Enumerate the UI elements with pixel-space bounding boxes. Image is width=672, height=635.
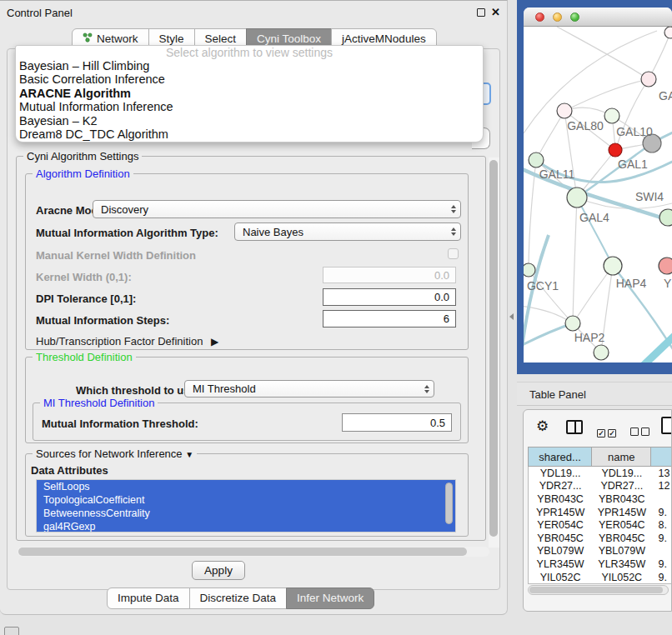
- table-horizontal-scrollbar[interactable]: [528, 585, 669, 595]
- menu-item[interactable]: Bayesian – Hill Climbing: [16, 59, 483, 72]
- threshold-definition-title: Threshold Definition: [33, 351, 136, 363]
- minimized-panel-icon[interactable]: [4, 627, 19, 635]
- kernel-width-input[interactable]: 0.0: [323, 267, 456, 283]
- node[interactable]: [594, 345, 609, 360]
- checked-pair-icon[interactable]: ✓✓: [597, 424, 619, 439]
- column-header-clipped[interactable]: [651, 448, 672, 466]
- mi-threshold-group-title: MI Threshold Definition: [40, 397, 158, 409]
- kernel-width-label: Kernel Width (0,1):: [36, 271, 132, 283]
- table-row[interactable]: YER054C YER054C 8.: [529, 518, 672, 532]
- table-panel-title: Table Panel: [529, 388, 586, 401]
- table-header-row: shared... name: [528, 447, 672, 467]
- column-header-shared[interactable]: shared...: [529, 448, 592, 466]
- mi-steps-input[interactable]: 6: [323, 310, 456, 328]
- stepper-icon: [424, 385, 429, 393]
- hub-definition-toggle[interactable]: Hub/Transcription Factor Definition ▶: [36, 335, 218, 348]
- minimize-traffic-light-icon[interactable]: [553, 12, 562, 22]
- node-label: GAL: [659, 89, 672, 102]
- menu-item[interactable]: Basic Correlation Inference: [16, 72, 483, 86]
- collapse-down-icon[interactable]: ▼: [185, 450, 193, 459]
- node-hap2[interactable]: [565, 316, 580, 331]
- stepper-icon: [451, 205, 456, 213]
- node-gal80[interactable]: [557, 103, 572, 118]
- which-threshold-label: Which threshold to use:: [76, 384, 199, 397]
- menu-item[interactable]: Bayesian – K2: [16, 114, 483, 128]
- node-table: shared... name YDL19... YDL19... 13 YDR2…: [528, 447, 672, 584]
- column-header-name[interactable]: name: [592, 448, 651, 466]
- aracne-mode-select[interactable]: Discovery: [93, 200, 461, 218]
- settings-vertical-scrollbar[interactable]: [489, 158, 499, 548]
- node-gal10[interactable]: [604, 108, 619, 123]
- menu-item[interactable]: Dream8 DC_TDC Algorithm: [16, 128, 483, 141]
- network-canvas[interactable]: GAL GAL80 GAL10 GAL1 GAL11 SWI4 GAL4 GCY…: [524, 27, 672, 362]
- network-view-window: GAL GAL80 GAL10 GAL1 GAL11 SWI4 GAL4 GCY…: [524, 8, 672, 362]
- table-row[interactable]: YPR145W YPR145W 9.: [529, 506, 672, 519]
- table-row[interactable]: YLR345W YLR345W 9.: [529, 558, 672, 571]
- list-scrollbar[interactable]: [445, 482, 453, 524]
- splitter-collapse-icon[interactable]: [509, 313, 514, 320]
- node-label: GAL80: [567, 119, 604, 132]
- node-gal11[interactable]: [529, 152, 544, 168]
- network-window-titlebar[interactable]: [524, 8, 672, 27]
- node-gal1-red[interactable]: [609, 143, 622, 157]
- which-threshold-select[interactable]: MI Threshold: [184, 380, 434, 398]
- node[interactable]: [664, 27, 672, 38]
- threshold-definition-group: Threshold Definition Which threshold to …: [25, 357, 469, 443]
- network-icon: [83, 32, 93, 45]
- algorithm-dropdown-popup: Select algorithm to view settings Bayesi…: [15, 45, 484, 142]
- table-row[interactable]: YBL079W YBL079W: [529, 545, 672, 558]
- settings-horizontal-scrollbar[interactable]: [18, 547, 489, 557]
- list-item[interactable]: TopologicalCoefficient: [37, 493, 455, 507]
- float-window-icon[interactable]: [477, 8, 485, 17]
- dpi-tolerance-input[interactable]: 0.0: [323, 288, 456, 306]
- expand-right-icon[interactable]: ▶: [211, 336, 218, 348]
- mi-threshold-label: Mutual Information Threshold:: [42, 418, 198, 430]
- unchecked-pair-icon[interactable]: [630, 424, 652, 439]
- tab-impute-data[interactable]: Impute Data: [107, 588, 190, 609]
- node[interactable]: [641, 72, 656, 87]
- list-item[interactable]: SelfLoops: [37, 480, 455, 493]
- node-salmon[interactable]: [659, 258, 672, 274]
- control-panel-window: Control Panel ✕ Network Style: [0, 0, 508, 615]
- table-row[interactable]: YIL052C YIL052C 9.: [529, 571, 672, 584]
- apply-button[interactable]: Apply: [192, 561, 245, 580]
- document-icon[interactable]: [661, 417, 672, 434]
- table-row[interactable]: YBR043C YBR043C: [529, 492, 672, 506]
- manual-kernel-label: Manual Kernel Width Definition: [36, 249, 196, 262]
- node-label: HAP2: [574, 331, 605, 344]
- node-gcy1[interactable]: [524, 263, 535, 277]
- gear-icon[interactable]: ⚙: [536, 418, 549, 435]
- scrollbar-thumb[interactable]: [489, 160, 498, 537]
- menu-item[interactable]: Mutual Information Inference: [16, 100, 483, 113]
- node-label: GCY1: [527, 279, 559, 292]
- popup-prompt: Select algorithm to view settings: [16, 47, 483, 59]
- sources-group-title[interactable]: Sources for Network Inference ▼: [33, 448, 197, 460]
- columns-icon[interactable]: [566, 420, 583, 434]
- scrollbar-thumb[interactable]: [18, 548, 467, 556]
- tab-discretize-data[interactable]: Discretize Data: [189, 588, 288, 609]
- zoom-traffic-light-icon[interactable]: [570, 12, 579, 22]
- manual-kernel-checkbox[interactable]: [448, 248, 459, 259]
- node[interactable]: [659, 209, 672, 226]
- menu-item-selected[interactable]: ARACNE Algorithm: [16, 87, 483, 100]
- table-panel-window: ⚙ ✓✓ shared... name YDL19... YDL19... 13: [523, 409, 672, 612]
- table-panel-header: Table Panel: [517, 382, 672, 406]
- mi-type-label: Mutual Information Algorithm Type:: [36, 227, 218, 239]
- stepper-icon: [451, 228, 456, 236]
- table-row[interactable]: YBR045C YBR045C 9.: [529, 532, 672, 545]
- list-item[interactable]: BetweennessCentrality: [37, 507, 455, 520]
- mi-algorithm-type-select[interactable]: Naive Bayes: [234, 222, 461, 241]
- list-item[interactable]: gal4RGexp: [37, 520, 455, 532]
- tab-infer-network[interactable]: Infer Network: [286, 588, 374, 609]
- table-row[interactable]: YDR27... YDR27... 12: [529, 480, 672, 493]
- bottom-tab-bar: Impute Data Discretize Data Infer Networ…: [107, 588, 374, 609]
- node-gal4[interactable]: [567, 188, 587, 208]
- mi-threshold-input[interactable]: 0.5: [342, 413, 452, 432]
- scrollbar-thumb[interactable]: [529, 587, 663, 593]
- dpi-tolerance-label: DPI Tolerance [0,1]:: [36, 292, 136, 305]
- node-hap4[interactable]: [604, 257, 622, 275]
- close-traffic-light-icon[interactable]: [535, 12, 544, 22]
- node-label: GAL4: [579, 211, 609, 224]
- close-icon[interactable]: ✕: [491, 6, 500, 18]
- table-row[interactable]: YDL19... YDL19... 13: [529, 467, 672, 480]
